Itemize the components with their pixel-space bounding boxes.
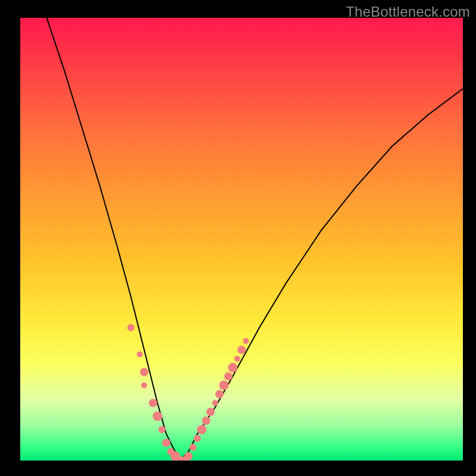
- marker-dot: [162, 439, 171, 447]
- marker-dot: [212, 400, 218, 406]
- marker-dot: [140, 368, 148, 376]
- curve-layer: [47, 18, 463, 461]
- marker-dot: [215, 390, 224, 398]
- chart-svg: [20, 18, 463, 461]
- marker-dot: [127, 324, 134, 331]
- marker-dot: [137, 351, 143, 357]
- watermark-text: TheBottleneck.com: [346, 4, 470, 20]
- chart-frame: TheBottleneck.com: [0, 0, 476, 476]
- series-bottleneck-curve: [47, 18, 463, 461]
- marker-dot: [228, 363, 237, 372]
- marker-dot: [149, 399, 157, 407]
- markers-layer: [127, 324, 249, 461]
- marker-dot: [197, 425, 206, 434]
- marker-dot: [158, 426, 165, 433]
- marker-dot: [194, 435, 201, 442]
- marker-dot: [189, 444, 196, 451]
- marker-dot: [141, 383, 147, 389]
- marker-dot: [202, 416, 211, 425]
- marker-dot: [219, 381, 228, 390]
- marker-dot: [234, 356, 240, 362]
- chart-plot-area: [20, 18, 463, 461]
- marker-dot: [184, 452, 193, 461]
- marker-dot: [224, 372, 233, 381]
- marker-dot: [237, 346, 246, 354]
- marker-dot: [206, 408, 215, 416]
- marker-dot: [153, 412, 162, 421]
- marker-dot: [243, 338, 249, 344]
